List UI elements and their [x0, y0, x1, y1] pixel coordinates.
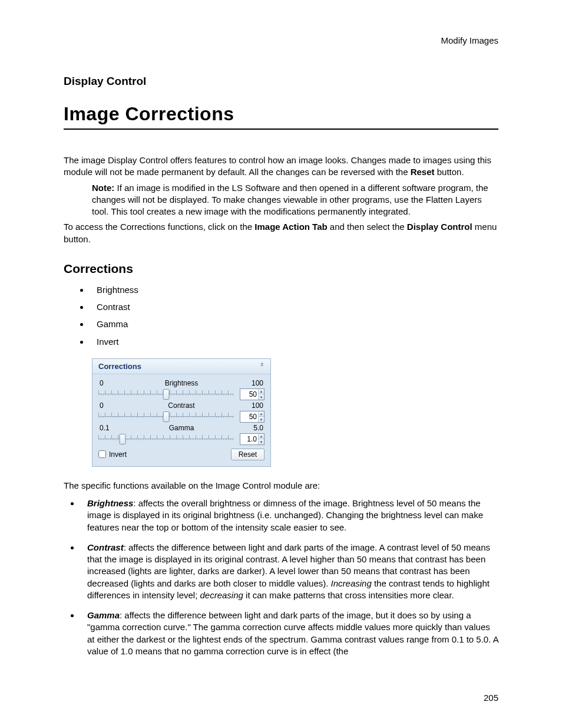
- contrast-desc: Contrast: affects the difference between…: [80, 542, 498, 601]
- contrast-em2: decreasing: [200, 590, 243, 600]
- corrections-panel: Corrections ⌃⌃ 0 Brightness 100: [92, 358, 271, 467]
- reset-word: Reset: [411, 167, 435, 177]
- spin-up-icon[interactable]: ▲: [259, 389, 264, 395]
- contrast-em1: Increasing: [331, 578, 372, 588]
- access-c: and then select the: [328, 222, 407, 232]
- access-a: To access the Corrections functions, cli…: [64, 222, 254, 232]
- contrast-thumb[interactable]: [163, 411, 170, 422]
- gamma-desc: Gamma: affects the difference between li…: [80, 610, 498, 657]
- panel-title: Corrections: [98, 362, 141, 371]
- brightness-label: Brightness: [165, 379, 199, 387]
- brightness-value[interactable]: [240, 389, 258, 400]
- spin-up-icon[interactable]: ▲: [259, 434, 264, 440]
- reset-button[interactable]: Reset: [231, 449, 265, 460]
- spin-up-icon[interactable]: ▲: [259, 411, 264, 417]
- functions-list: Brightness: affects the overall brightne…: [80, 498, 498, 657]
- intro-text-b: button.: [435, 167, 464, 177]
- brightness-slider-row: 0 Brightness 100 ▲ ▼: [98, 379, 265, 400]
- contrast-name: Contrast: [87, 542, 124, 552]
- access-paragraph: To access the Corrections functions, cli…: [64, 221, 498, 245]
- collapse-icon[interactable]: ⌃⌃: [260, 364, 265, 368]
- gamma-thumb[interactable]: [120, 434, 126, 444]
- section-label: Display Control: [64, 75, 498, 88]
- list-item: Brightness: [90, 284, 498, 296]
- brightness-slider[interactable]: [98, 389, 234, 400]
- contrast-text-c: it can make patterns that cross intensit…: [243, 590, 454, 600]
- gamma-max: 5.0: [253, 424, 263, 432]
- invert-checkbox-wrap[interactable]: Invert: [98, 450, 127, 459]
- contrast-max: 100: [252, 401, 263, 410]
- gamma-spinner[interactable]: ▲ ▼: [240, 433, 265, 445]
- spin-down-icon[interactable]: ▼: [259, 417, 264, 422]
- intro-paragraph: The image Display Control offers feature…: [64, 154, 498, 179]
- contrast-value[interactable]: [240, 411, 258, 422]
- contrast-spinner[interactable]: ▲ ▼: [240, 411, 265, 423]
- list-item: Invert: [90, 336, 498, 348]
- invert-label: Invert: [109, 450, 127, 459]
- brightness-desc: Brightness: affects the overall brightne…: [80, 498, 498, 533]
- corrections-bullet-list: Brightness Contrast Gamma Invert: [90, 284, 498, 348]
- gamma-slider-row: 0.1 Gamma 5.0 ▲ ▼: [98, 424, 265, 445]
- spin-down-icon[interactable]: ▼: [259, 394, 264, 400]
- gamma-value[interactable]: [240, 434, 258, 444]
- panel-body: 0 Brightness 100 ▲ ▼: [92, 374, 270, 466]
- gamma-text: : affects the difference between light a…: [87, 610, 498, 656]
- note-block: Note: If an image is modified in the LS …: [92, 182, 498, 218]
- gamma-min: 0.1: [100, 424, 110, 432]
- note-text: If an image is modified in the LS Softwa…: [92, 183, 488, 217]
- access-b1: Image Action Tab: [254, 222, 327, 232]
- functions-intro: The specific functions available on the …: [64, 480, 498, 492]
- gamma-label: Gamma: [169, 424, 194, 432]
- contrast-label: Contrast: [168, 401, 194, 410]
- page-title: Image Corrections: [64, 103, 498, 130]
- contrast-slider[interactable]: [98, 411, 234, 422]
- panel-header[interactable]: Corrections ⌃⌃: [92, 359, 270, 374]
- contrast-min: 0: [100, 401, 104, 410]
- contrast-slider-row: 0 Contrast 100 ▲ ▼: [98, 401, 265, 423]
- brightness-thumb[interactable]: [163, 389, 170, 400]
- page-number: 205: [64, 693, 498, 703]
- brightness-min: 0: [100, 379, 104, 387]
- gamma-name: Gamma: [87, 610, 120, 620]
- access-b2: Display Control: [407, 222, 472, 232]
- brightness-text: : affects the overall brightness or dimn…: [87, 498, 483, 532]
- header-section: Modify Images: [64, 35, 498, 45]
- spin-down-icon[interactable]: ▼: [259, 439, 264, 444]
- list-item: Contrast: [90, 301, 498, 313]
- gamma-slider[interactable]: [98, 434, 234, 444]
- corrections-subhead: Corrections: [64, 262, 498, 276]
- note-label: Note:: [92, 183, 114, 193]
- brightness-max: 100: [252, 379, 263, 387]
- brightness-spinner[interactable]: ▲ ▼: [240, 388, 265, 400]
- list-item: Gamma: [90, 318, 498, 330]
- invert-checkbox[interactable]: [98, 450, 106, 458]
- brightness-name: Brightness: [87, 498, 133, 508]
